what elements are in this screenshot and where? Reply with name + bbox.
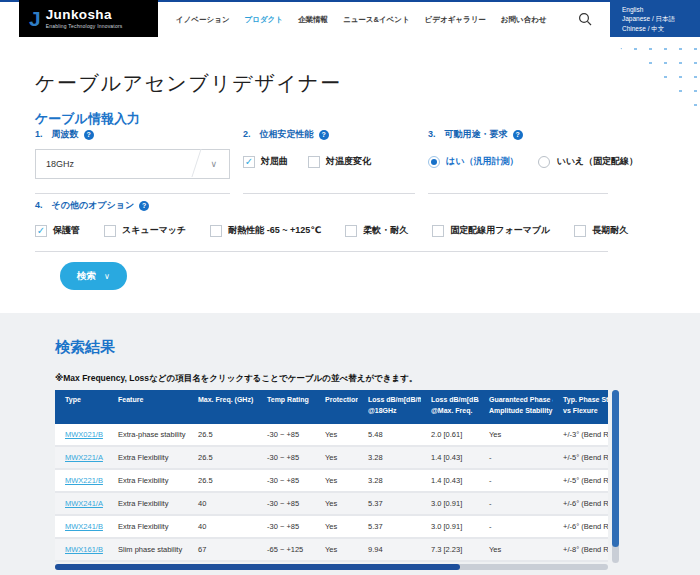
phase-options: ✓対屈曲対温度変化 <box>243 155 415 168</box>
product-type-link[interactable]: MWX221/A <box>65 453 103 462</box>
radio-option[interactable]: いいえ（固定配線） <box>538 155 638 168</box>
dropdown-divider <box>191 149 201 177</box>
table-cell: +/-6° (Bend R <box>553 493 608 514</box>
logo-j-icon: J <box>29 8 41 29</box>
nav-item[interactable]: イノベーション <box>176 15 230 25</box>
movable-label: 3. 可動用途・要求 ? <box>428 128 608 141</box>
column-header[interactable]: Guaranteed Phase &Amplitude Stability <box>479 390 553 424</box>
search-button[interactable]: 検索 ∨ <box>60 262 127 290</box>
table-cell: 3.28 <box>358 470 421 491</box>
column-header[interactable]: Max. Freq. (GHz)∨ <box>188 390 257 424</box>
table-cell: -30 ~ +85 <box>257 516 315 537</box>
option-label: いいえ（固定配線） <box>556 155 638 168</box>
checkbox-option[interactable]: ✓対屈曲 <box>243 155 288 168</box>
frequency-dropdown[interactable]: 18GHz ∨ <box>35 149 230 179</box>
checkbox-option[interactable]: 長期耐久 <box>574 224 628 237</box>
table-cell: 1.4 [0.43] <box>421 470 479 491</box>
option-label: はい（汎用計測） <box>446 155 518 168</box>
results-note: ※Max Frequency, Lossなどの項目名をクリックすることでケーブル… <box>55 373 417 385</box>
table-cell: -30 ~ +85 <box>257 493 315 514</box>
checkbox-icon: ✓ <box>243 156 255 168</box>
table-cell: 3.28 <box>358 447 421 468</box>
checkbox-icon <box>210 225 222 237</box>
checkbox-icon <box>432 225 444 237</box>
column-header[interactable]: Loss dB/m[dB/ft]@Max. Freq. <box>421 390 479 424</box>
column-header[interactable]: Loss dB/m[dB/ft]@18GHz <box>358 390 421 424</box>
table-cell: 3.0 [0.91] <box>421 516 479 537</box>
table-cell: Extra Flexibility <box>108 447 188 468</box>
language-option[interactable]: English <box>622 5 700 14</box>
language-selector: EnglishJapanese / 日本語Chinese / 中文 <box>610 0 700 37</box>
other-options-label: 4. その他のオプション ? <box>35 199 608 212</box>
checkbox-option[interactable]: スキューマッチ <box>104 224 186 237</box>
checkbox-icon <box>345 225 357 237</box>
table-cell: 26.5 <box>188 447 257 468</box>
table-cell: MWX221/B <box>55 470 108 491</box>
frequency-value: 18GHz <box>46 159 74 169</box>
table-cell: 7.3 [2.23] <box>421 539 479 560</box>
results-heading: 検索結果 <box>55 338 115 357</box>
checkbox-option[interactable]: 耐熱性能 -65 ~ +125℃ <box>210 224 321 237</box>
nav-item[interactable]: ビデオギャラリー <box>425 15 486 25</box>
help-icon[interactable]: ? <box>513 130 523 140</box>
language-option[interactable]: Japanese / 日本語 <box>622 14 700 23</box>
search-icon[interactable] <box>578 12 592 26</box>
field-phase-stability: 2. 位相安定性能 ? ✓対屈曲対温度変化 <box>243 128 415 194</box>
nav-item[interactable]: 企業情報 <box>298 15 328 25</box>
table-cell: Extra-phase stability <box>108 424 188 445</box>
table-row: MWX221/BExtra Flexibility26.5-30 ~ +85Ye… <box>55 470 608 493</box>
radio-option[interactable]: はい（汎用計測） <box>428 155 518 168</box>
column-header[interactable]: Typ. Phase Stabvs Flexure <box>553 390 608 424</box>
table-cell: 5.37 <box>358 516 421 537</box>
radio-icon <box>538 156 550 168</box>
vertical-scrollbar[interactable] <box>612 390 619 563</box>
table-cell: Yes <box>315 493 358 514</box>
table-cell: - <box>479 516 553 537</box>
table-cell: Extra Flexibility <box>108 493 188 514</box>
option-label: 固定配線用フォーマブル <box>450 224 550 237</box>
table-cell: -30 ~ +85 <box>257 470 315 491</box>
logo[interactable]: J Junkosha Enabling Technology Innovator… <box>19 0 158 37</box>
product-type-link[interactable]: MWX221/B <box>65 476 103 485</box>
checkbox-option[interactable]: ✓保護管 <box>35 224 80 237</box>
table-cell: Yes <box>315 539 358 560</box>
table-row: MWX241/BExtra Flexibility40-30 ~ +85Yes5… <box>55 516 608 539</box>
checkbox-option[interactable]: 固定配線用フォーマブル <box>432 224 550 237</box>
table-cell: MWX241/A <box>55 493 108 514</box>
option-label: 対温度変化 <box>326 155 371 168</box>
help-icon[interactable]: ? <box>139 201 149 211</box>
product-type-link[interactable]: MWX241/A <box>65 499 103 508</box>
horizontal-scrollbar-thumb[interactable] <box>55 564 460 570</box>
option-label: 長期耐久 <box>592 224 628 237</box>
table-cell: Extra Flexibility <box>108 516 188 537</box>
nav-item[interactable]: プロダクト <box>245 15 283 25</box>
product-type-link[interactable]: MWX241/B <box>65 522 103 531</box>
product-type-link[interactable]: MWX021/B <box>65 430 103 439</box>
nav-item[interactable]: ニュース&イベント <box>343 15 410 25</box>
table-cell: Extra Flexibility <box>108 470 188 491</box>
vertical-scrollbar-thumb[interactable] <box>612 390 619 547</box>
table-cell: +/-5° (Bend R <box>553 447 608 468</box>
table-cell: 26.5 <box>188 424 257 445</box>
table-row: MWX241/AExtra Flexibility40-30 ~ +85Yes5… <box>55 493 608 516</box>
checkbox-option[interactable]: 対温度変化 <box>308 155 371 168</box>
nav-item[interactable]: お問い合わせ <box>501 15 547 25</box>
column-header[interactable]: Protection <box>315 390 358 424</box>
table-cell: 40 <box>188 493 257 514</box>
checkbox-icon: ✓ <box>35 225 47 237</box>
checkbox-option[interactable]: 柔軟・耐久 <box>345 224 408 237</box>
help-icon[interactable]: ? <box>319 130 329 140</box>
table-row: MWX161/BSlim phase stability67-65 ~ +125… <box>55 539 608 562</box>
table-row: MWX021/BExtra-phase stability26.5-30 ~ +… <box>55 424 608 447</box>
help-icon[interactable]: ? <box>84 130 94 140</box>
language-option[interactable]: Chinese / 中文 <box>622 24 700 33</box>
table-cell: -65 ~ +125 <box>257 539 315 560</box>
table-cell: 1.4 [0.43] <box>421 447 479 468</box>
column-header[interactable]: Feature <box>108 390 188 424</box>
horizontal-scrollbar[interactable] <box>55 564 608 570</box>
product-type-link[interactable]: MWX161/B <box>65 545 103 554</box>
main-nav: イノベーションプロダクト企業情報ニュース&イベントビデオギャラリーお問い合わせ <box>176 2 547 37</box>
column-header[interactable]: Temp Rating <box>257 390 315 424</box>
column-header[interactable]: Type <box>55 390 108 424</box>
table-cell: Yes <box>479 424 553 445</box>
